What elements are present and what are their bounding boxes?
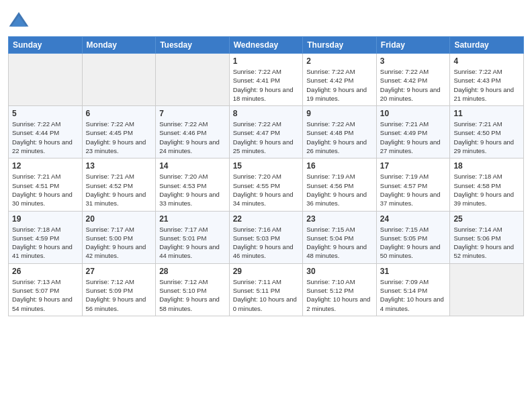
day-info: Sunrise: 7:21 AMSunset: 4:50 PMDaylight:… [453,120,520,155]
calendar-week-1: 1Sunrise: 7:22 AMSunset: 4:41 PMDaylight… [9,54,524,106]
table-row: 2Sunrise: 7:22 AMSunset: 4:42 PMDaylight… [303,54,377,106]
day-info: Sunrise: 7:22 AMSunset: 4:42 PMDaylight:… [306,67,373,103]
day-number: 8 [233,109,300,118]
weekday-header-row: SundayMondayTuesdayWednesdayThursdayFrid… [9,37,524,54]
day-number: 4 [453,56,520,66]
table-row: 21Sunrise: 7:17 AMSunset: 5:01 PMDayligh… [156,211,230,263]
table-row [156,54,230,106]
header [8,7,524,31]
table-row: 15Sunrise: 7:20 AMSunset: 4:55 PMDayligh… [229,158,303,211]
day-info: Sunrise: 7:15 AMSunset: 5:04 PMDaylight:… [306,225,373,261]
calendar-week-5: 26Sunrise: 7:13 AMSunset: 5:07 PMDayligh… [9,263,524,316]
table-row: 11Sunrise: 7:21 AMSunset: 4:50 PMDayligh… [450,106,524,158]
table-row: 1Sunrise: 7:22 AMSunset: 4:41 PMDaylight… [229,54,303,106]
weekday-tuesday: Tuesday [156,37,230,54]
day-info: Sunrise: 7:18 AMSunset: 4:59 PMDaylight:… [12,225,79,261]
day-info: Sunrise: 7:20 AMSunset: 4:55 PMDaylight:… [233,172,300,208]
day-info: Sunrise: 7:22 AMSunset: 4:45 PMDaylight:… [86,120,152,155]
day-number: 28 [159,267,226,276]
table-row: 14Sunrise: 7:20 AMSunset: 4:53 PMDayligh… [156,158,230,211]
day-info: Sunrise: 7:21 AMSunset: 4:51 PMDaylight:… [12,172,79,208]
table-row: 29Sunrise: 7:11 AMSunset: 5:11 PMDayligh… [229,263,303,316]
logo-icon [8,9,30,31]
day-number: 22 [233,214,300,224]
day-number: 13 [86,161,152,171]
day-info: Sunrise: 7:19 AMSunset: 4:56 PMDaylight:… [306,172,373,208]
weekday-thursday: Thursday [303,37,377,54]
day-info: Sunrise: 7:12 AMSunset: 5:10 PMDaylight:… [159,277,226,313]
day-number: 12 [12,161,79,171]
table-row: 8Sunrise: 7:22 AMSunset: 4:47 PMDaylight… [229,106,303,158]
day-number: 25 [453,214,520,224]
day-number: 3 [380,56,447,66]
calendar-table: SundayMondayTuesdayWednesdayThursdayFrid… [8,36,524,316]
day-info: Sunrise: 7:22 AMSunset: 4:48 PMDaylight:… [306,120,373,155]
calendar-week-3: 12Sunrise: 7:21 AMSunset: 4:51 PMDayligh… [9,158,524,211]
day-info: Sunrise: 7:18 AMSunset: 4:58 PMDaylight:… [453,172,520,208]
day-number: 2 [306,56,373,66]
table-row: 18Sunrise: 7:18 AMSunset: 4:58 PMDayligh… [450,158,524,211]
day-number: 11 [453,109,520,118]
day-info: Sunrise: 7:09 AMSunset: 5:14 PMDaylight:… [380,277,447,313]
day-info: Sunrise: 7:12 AMSunset: 5:09 PMDaylight:… [86,277,152,313]
table-row: 24Sunrise: 7:15 AMSunset: 5:05 PMDayligh… [376,211,450,263]
day-number: 23 [306,214,373,224]
day-number: 20 [86,214,152,224]
table-row: 26Sunrise: 7:13 AMSunset: 5:07 PMDayligh… [9,263,83,316]
day-info: Sunrise: 7:15 AMSunset: 5:05 PMDaylight:… [380,225,447,261]
day-number: 10 [380,109,447,118]
day-info: Sunrise: 7:22 AMSunset: 4:47 PMDaylight:… [233,120,300,155]
day-number: 16 [306,161,373,171]
day-number: 1 [233,56,300,66]
calendar-week-2: 5Sunrise: 7:22 AMSunset: 4:44 PMDaylight… [9,106,524,158]
day-number: 21 [159,214,226,224]
day-info: Sunrise: 7:11 AMSunset: 5:11 PMDaylight:… [233,277,300,313]
day-info: Sunrise: 7:16 AMSunset: 5:03 PMDaylight:… [233,225,300,261]
table-row: 10Sunrise: 7:21 AMSunset: 4:49 PMDayligh… [376,106,450,158]
day-number: 17 [380,161,447,171]
day-info: Sunrise: 7:17 AMSunset: 5:01 PMDaylight:… [159,225,226,261]
day-info: Sunrise: 7:22 AMSunset: 4:41 PMDaylight:… [233,67,300,103]
day-number: 7 [159,109,226,118]
table-row [9,54,83,106]
table-row [82,54,156,106]
table-row: 22Sunrise: 7:16 AMSunset: 5:03 PMDayligh… [229,211,303,263]
day-info: Sunrise: 7:22 AMSunset: 4:42 PMDaylight:… [380,67,447,103]
day-info: Sunrise: 7:13 AMSunset: 5:07 PMDaylight:… [12,277,79,313]
day-number: 27 [86,267,152,276]
table-row: 19Sunrise: 7:18 AMSunset: 4:59 PMDayligh… [9,211,83,263]
table-row: 27Sunrise: 7:12 AMSunset: 5:09 PMDayligh… [82,263,156,316]
day-number: 24 [380,214,447,224]
day-number: 15 [233,161,300,171]
table-row: 28Sunrise: 7:12 AMSunset: 5:10 PMDayligh… [156,263,230,316]
table-row: 16Sunrise: 7:19 AMSunset: 4:56 PMDayligh… [303,158,377,211]
table-row: 23Sunrise: 7:15 AMSunset: 5:04 PMDayligh… [303,211,377,263]
day-info: Sunrise: 7:21 AMSunset: 4:49 PMDaylight:… [380,120,447,155]
day-info: Sunrise: 7:20 AMSunset: 4:53 PMDaylight:… [159,172,226,208]
day-info: Sunrise: 7:17 AMSunset: 5:00 PMDaylight:… [86,225,152,261]
table-row: 3Sunrise: 7:22 AMSunset: 4:42 PMDaylight… [376,54,450,106]
day-number: 14 [159,161,226,171]
table-row: 5Sunrise: 7:22 AMSunset: 4:44 PMDaylight… [9,106,83,158]
day-info: Sunrise: 7:19 AMSunset: 4:57 PMDaylight:… [380,172,447,208]
table-row [450,263,524,316]
table-row: 17Sunrise: 7:19 AMSunset: 4:57 PMDayligh… [376,158,450,211]
table-row: 20Sunrise: 7:17 AMSunset: 5:00 PMDayligh… [82,211,156,263]
day-info: Sunrise: 7:22 AMSunset: 4:44 PMDaylight:… [12,120,79,155]
day-number: 19 [12,214,79,224]
weekday-sunday: Sunday [9,37,83,54]
day-number: 9 [306,109,373,118]
day-info: Sunrise: 7:22 AMSunset: 4:43 PMDaylight:… [453,67,520,103]
table-row: 13Sunrise: 7:21 AMSunset: 4:52 PMDayligh… [82,158,156,211]
weekday-wednesday: Wednesday [229,37,303,54]
table-row: 9Sunrise: 7:22 AMSunset: 4:48 PMDaylight… [303,106,377,158]
day-info: Sunrise: 7:21 AMSunset: 4:52 PMDaylight:… [86,172,152,208]
table-row: 31Sunrise: 7:09 AMSunset: 5:14 PMDayligh… [376,263,450,316]
day-number: 5 [12,109,79,118]
weekday-monday: Monday [82,37,156,54]
weekday-friday: Friday [376,37,450,54]
day-number: 29 [233,267,300,276]
table-row: 25Sunrise: 7:14 AMSunset: 5:06 PMDayligh… [450,211,524,263]
table-row: 4Sunrise: 7:22 AMSunset: 4:43 PMDaylight… [450,54,524,106]
day-info: Sunrise: 7:10 AMSunset: 5:12 PMDaylight:… [306,277,373,313]
